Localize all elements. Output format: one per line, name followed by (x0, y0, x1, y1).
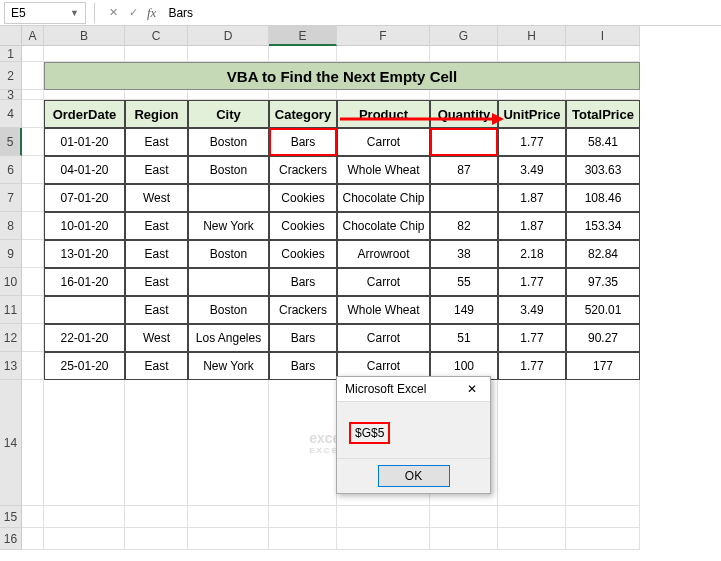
td[interactable]: Cookies (269, 184, 337, 212)
cell[interactable] (498, 528, 566, 550)
th-category[interactable]: Category (269, 100, 337, 128)
td[interactable]: East (125, 352, 188, 380)
cell[interactable] (125, 90, 188, 100)
td[interactable]: East (125, 296, 188, 324)
td[interactable]: 3.49 (498, 156, 566, 184)
cell[interactable] (498, 380, 566, 506)
cell[interactable] (566, 380, 640, 506)
td[interactable]: 04-01-20 (44, 156, 125, 184)
cell[interactable] (337, 90, 430, 100)
col-header-D[interactable]: D (188, 26, 269, 46)
td[interactable]: 82 (430, 212, 498, 240)
cell[interactable] (22, 46, 44, 62)
row-header-8[interactable]: 8 (0, 212, 22, 240)
th-product[interactable]: Product (337, 100, 430, 128)
row-header-13[interactable]: 13 (0, 352, 22, 380)
cell[interactable] (22, 184, 44, 212)
cell[interactable] (22, 352, 44, 380)
cell[interactable] (498, 90, 566, 100)
cell[interactable] (566, 46, 640, 62)
td[interactable]: 2.18 (498, 240, 566, 268)
cell[interactable] (22, 128, 44, 156)
cell[interactable] (22, 380, 44, 506)
col-header-I[interactable]: I (566, 26, 640, 46)
td[interactable] (188, 268, 269, 296)
row-header-3[interactable]: 3 (0, 90, 22, 100)
row-header-10[interactable]: 10 (0, 268, 22, 296)
cell[interactable] (22, 528, 44, 550)
td[interactable]: 10-01-20 (44, 212, 125, 240)
td[interactable]: Whole Wheat (337, 156, 430, 184)
col-header-H[interactable]: H (498, 26, 566, 46)
cell[interactable] (44, 506, 125, 528)
cell[interactable] (337, 528, 430, 550)
td[interactable] (188, 184, 269, 212)
td[interactable]: 97.35 (566, 268, 640, 296)
td[interactable]: 38 (430, 240, 498, 268)
cell[interactable] (566, 528, 640, 550)
cell[interactable] (22, 268, 44, 296)
td[interactable]: 1.77 (498, 352, 566, 380)
td[interactable]: Carrot (337, 128, 430, 156)
cell[interactable] (566, 506, 640, 528)
td[interactable]: Arrowroot (337, 240, 430, 268)
td[interactable]: Boston (188, 240, 269, 268)
td[interactable]: Boston (188, 156, 269, 184)
cell[interactable] (337, 506, 430, 528)
close-icon[interactable]: ✕ (462, 382, 482, 396)
td[interactable]: New York (188, 352, 269, 380)
td[interactable]: 1.77 (498, 324, 566, 352)
cell[interactable] (125, 528, 188, 550)
td[interactable]: 3.49 (498, 296, 566, 324)
cell[interactable] (44, 46, 125, 62)
td[interactable]: Chocolate Chip (337, 212, 430, 240)
th-region[interactable]: Region (125, 100, 188, 128)
td[interactable]: Carrot (337, 268, 430, 296)
td[interactable]: West (125, 184, 188, 212)
td[interactable]: 1.77 (498, 268, 566, 296)
td[interactable]: 177 (566, 352, 640, 380)
ok-button[interactable]: OK (378, 465, 450, 487)
td[interactable]: 82.84 (566, 240, 640, 268)
td[interactable]: 303.63 (566, 156, 640, 184)
chevron-down-icon[interactable]: ▼ (70, 8, 79, 18)
td[interactable]: Whole Wheat (337, 296, 430, 324)
page-title[interactable]: VBA to Find the Next Empty Cell (44, 62, 640, 90)
td[interactable]: 25-01-20 (44, 352, 125, 380)
td[interactable]: 520.01 (566, 296, 640, 324)
cell[interactable] (22, 240, 44, 268)
cell[interactable] (22, 324, 44, 352)
row-header-12[interactable]: 12 (0, 324, 22, 352)
td-selected[interactable]: Bars (269, 128, 337, 156)
td[interactable]: 108.46 (566, 184, 640, 212)
cell[interactable] (269, 380, 337, 506)
cell[interactable] (269, 46, 337, 62)
cell[interactable] (22, 296, 44, 324)
cancel-icon[interactable]: ✕ (105, 5, 121, 21)
td[interactable]: 149 (430, 296, 498, 324)
cell[interactable] (269, 506, 337, 528)
formula-input[interactable]: Bars (162, 6, 721, 20)
td[interactable]: Bars (269, 352, 337, 380)
td[interactable]: West (125, 324, 188, 352)
row-header-14[interactable]: 14 (0, 380, 22, 506)
cell[interactable] (188, 506, 269, 528)
cell[interactable] (430, 506, 498, 528)
cell[interactable] (430, 90, 498, 100)
cell[interactable] (188, 380, 269, 506)
row-header-16[interactable]: 16 (0, 528, 22, 550)
td[interactable]: 1.87 (498, 212, 566, 240)
row-header-11[interactable]: 11 (0, 296, 22, 324)
td[interactable]: 153.34 (566, 212, 640, 240)
cell[interactable] (22, 506, 44, 528)
td[interactable]: 90.27 (566, 324, 640, 352)
cell[interactable] (125, 380, 188, 506)
col-header-C[interactable]: C (125, 26, 188, 46)
cell[interactable] (188, 528, 269, 550)
row-header-9[interactable]: 9 (0, 240, 22, 268)
cell[interactable] (498, 506, 566, 528)
cell[interactable] (22, 62, 44, 90)
cell[interactable] (269, 90, 337, 100)
cell[interactable] (269, 528, 337, 550)
td[interactable]: 58.41 (566, 128, 640, 156)
